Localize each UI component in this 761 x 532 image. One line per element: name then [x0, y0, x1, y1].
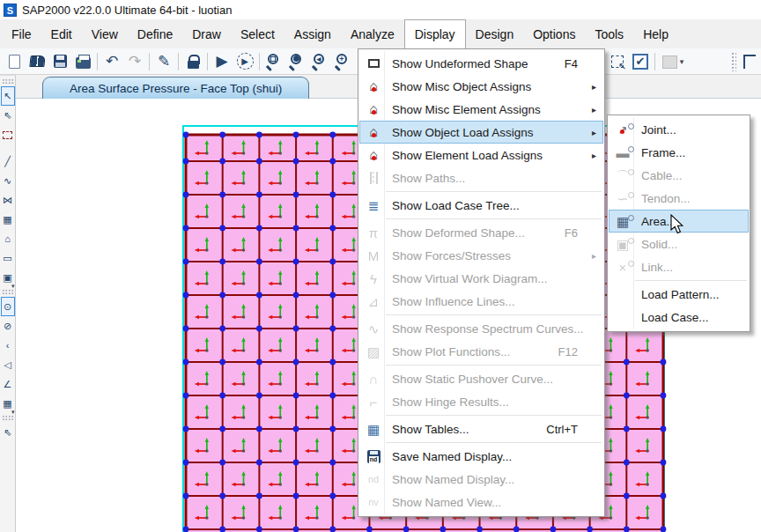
menu-item-label: Frame...	[636, 146, 748, 159]
lock-model-icon[interactable]	[181, 50, 204, 73]
save-model-icon[interactable]	[48, 50, 71, 73]
restore-full-view-icon[interactable]	[285, 50, 308, 73]
nd-icon-glyph: nd	[368, 474, 379, 484]
draw-rect-area-icon[interactable]: ▭	[1, 248, 15, 268]
menubar-item-draw[interactable]: Draw	[182, 19, 231, 48]
forces-icon: M	[360, 249, 387, 262]
menubar-item-file[interactable]: File	[2, 19, 41, 48]
draw-special-area-icon-dropdown-caret[interactable]: ▾	[11, 283, 15, 290]
tendon-zoom-icon: ∽	[610, 192, 636, 205]
undo-icon[interactable]: ↶	[100, 50, 123, 73]
print-icon[interactable]	[71, 50, 94, 73]
save-model-icon-glyph	[54, 55, 67, 68]
display-menu-item-show-element-load-assigns[interactable]: ⌂Show Element Load Assigns▸	[359, 144, 603, 166]
menubar-item-display[interactable]: Display	[404, 19, 466, 48]
display-options-checkbox-icon[interactable]: ✔	[629, 50, 652, 73]
menubar-item-help[interactable]: Help	[633, 19, 678, 48]
zoom-window-icon-glyph	[265, 53, 283, 70]
run-analysis-icon[interactable]: ▶	[211, 50, 233, 73]
display-menu-item-show-load-case-tree[interactable]: ≣Show Load Case Tree...	[359, 194, 603, 217]
submenu-item-load-case[interactable]: Load Case...	[609, 306, 749, 329]
pen-edit-icon-glyph: ✎	[158, 54, 170, 69]
snap-grid-icon-dropdown-caret[interactable]: ▾	[11, 409, 15, 416]
house-zoom-icon: ⌂	[360, 148, 387, 162]
submenu-item-joint[interactable]: ↗Joint...	[609, 118, 749, 141]
house-zoom-icon-glyph: ⌂	[369, 102, 378, 116]
select-window-icon[interactable]	[606, 50, 629, 73]
toolbar-right-section: ✔▾	[606, 48, 761, 75]
pointer-tool-icon[interactable]: ⇖	[1, 423, 15, 442]
menubar-item-options[interactable]: Options	[523, 19, 585, 48]
zoom-window-icon[interactable]	[262, 50, 285, 73]
menu-item-shortcut: F6	[565, 226, 602, 240]
draw-braces-icon[interactable]: ⋈	[1, 190, 15, 210]
snap-joints-icon[interactable]: ⊙	[1, 297, 15, 316]
display-menu-dropdown: Show Undeformed ShapeF4⌂Show Misc Object…	[358, 48, 605, 517]
side-toolbar: ↖⇖╱∿⋈▦⌂▭▣▾⊙⊘‹◁∠▦▾⇖	[0, 75, 16, 532]
display-menu-item-show-paths: Show Paths...	[359, 166, 603, 189]
display-menu-item-show-static-pushover-curve: ∩Show Static Pushover Curve...	[359, 367, 603, 390]
tendon-zoom-icon-glyph: ∽	[617, 192, 629, 205]
rubber-band-select-icon[interactable]	[1, 125, 15, 144]
display-menu-item-show-object-load-assigns[interactable]: ⌂Show Object Load Assigns▸	[359, 121, 603, 144]
snap-grid-icon[interactable]: ▦▾	[1, 394, 15, 413]
snap-ends-icon[interactable]: ⊘	[1, 316, 15, 336]
submenu-item-area[interactable]: ▦Area...	[609, 210, 749, 233]
submenu-item-frame[interactable]: ▬Frame...	[609, 141, 749, 164]
draw-quad-area-icon[interactable]: ▦	[1, 210, 15, 229]
lock-model-icon-glyph	[188, 61, 199, 69]
snap-midpoints-icon[interactable]: ‹	[1, 336, 15, 355]
display-menu-item-show-tables[interactable]: ▦Show Tables...Ctrl+T	[359, 417, 603, 440]
previous-zoom-icon[interactable]: ◂	[308, 50, 331, 73]
menubar-item-view[interactable]: View	[82, 19, 128, 48]
snap-perpendicular-icon[interactable]: ∠	[1, 374, 15, 394]
draw-polyline-icon[interactable]: ∿	[1, 171, 15, 190]
draw-frame-icon[interactable]: ╱	[1, 151, 15, 171]
reshape-pointer-icon-glyph: ⇖	[4, 110, 11, 122]
display-menu-item-show-misc-object-assigns[interactable]: ⌂Show Misc Object Assigns▸	[359, 75, 603, 98]
house-zoom-icon: ⌂	[360, 79, 387, 93]
menubar-item-edit[interactable]: Edit	[41, 19, 82, 48]
display-menu-item-show-forces-stresses: MShow Forces/Stresses▸	[359, 244, 603, 267]
pointer-tool-icon-glyph: ⇖	[4, 427, 11, 439]
submenu-item-solid: ▣Solid...	[609, 233, 749, 255]
menu-item-label: Show Influence Lines...	[387, 295, 602, 308]
docked-toolbar-edge-icon-glyph	[743, 55, 756, 69]
zoom-in-icon[interactable]: +	[331, 50, 354, 73]
open-model-icon[interactable]	[26, 50, 48, 73]
display-menu-item-show-undeformed-shape[interactable]: Show Undeformed ShapeF4	[359, 52, 603, 75]
docked-toolbar-edge-icon[interactable]	[738, 50, 761, 73]
run-animation-icon[interactable]: ▶	[233, 50, 256, 73]
menubar-item-assign[interactable]: Assign	[284, 19, 341, 48]
new-model-icon[interactable]	[3, 50, 26, 73]
extrude-view-icon[interactable]: ▾	[658, 50, 688, 73]
open-model-icon-glyph	[29, 55, 45, 67]
draw-rect-area-icon-glyph: ▭	[3, 253, 11, 264]
restore-full-view-icon-glyph	[288, 53, 306, 70]
extrude-view-icon-dropdown-caret[interactable]: ▾	[680, 57, 684, 66]
reshape-pointer-icon[interactable]: ⇖	[1, 106, 15, 125]
menubar-item-analyze[interactable]: Analyze	[341, 19, 404, 48]
menu-separator	[386, 415, 602, 416]
snap-intersections-icon[interactable]: ◁	[1, 355, 15, 374]
draw-braces-icon-glyph: ⋈	[3, 195, 12, 206]
submenu-item-load-pattern[interactable]: Load Pattern...	[609, 283, 749, 306]
display-menu-item-show-misc-element-assigns[interactable]: ⌂Show Misc Element Assigns▸	[359, 98, 603, 121]
tab-area-surface-pressure[interactable]: Area Surface Pressure - Face Top (shui)	[42, 77, 309, 99]
menubar-item-define[interactable]: Define	[128, 19, 182, 48]
display-menu-item-save-named-display[interactable]: ndSave Named Display...	[359, 445, 603, 468]
redo-icon[interactable]: ↷	[123, 50, 146, 73]
house-zoom-icon: ⌂	[360, 102, 387, 116]
menu-item-label: Show Hinge Results...	[387, 395, 602, 409]
link-zoom-icon: ×	[610, 261, 636, 274]
redo-icon-glyph: ↷	[129, 54, 141, 69]
menubar-item-design[interactable]: Design	[466, 19, 524, 48]
select-pointer-icon[interactable]: ↖	[1, 86, 15, 106]
menubar-item-select[interactable]: Select	[231, 19, 284, 48]
menu-item-label: Show Response Spectrum Curves...	[387, 322, 602, 336]
response-spectrum-icon-glyph: ∿	[368, 322, 380, 336]
menubar-item-tools[interactable]: Tools	[585, 19, 633, 48]
pen-edit-icon[interactable]: ✎	[152, 50, 175, 73]
draw-poly-area-icon[interactable]: ⌂	[1, 229, 15, 248]
draw-special-area-icon[interactable]: ▣▾	[1, 268, 15, 287]
